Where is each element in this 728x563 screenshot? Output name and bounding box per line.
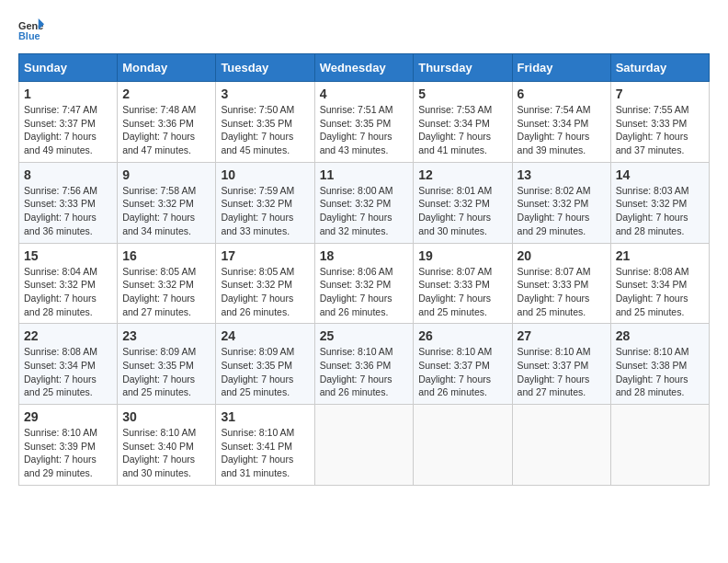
calendar-cell: 15Sunrise: 8:04 AM Sunset: 3:32 PM Dayli… [19,243,118,324]
calendar-cell: 3Sunrise: 7:50 AM Sunset: 3:35 PM Daylig… [216,82,314,163]
day-detail: Sunrise: 8:08 AM Sunset: 3:34 PM Dayligh… [24,345,112,399]
calendar-cell: 5Sunrise: 7:53 AM Sunset: 3:34 PM Daylig… [414,82,512,163]
calendar-cell: 22Sunrise: 8:08 AM Sunset: 3:34 PM Dayli… [19,324,118,405]
calendar-cell: 28Sunrise: 8:10 AM Sunset: 3:38 PM Dayli… [610,324,709,405]
day-detail: Sunrise: 8:10 AM Sunset: 3:39 PM Dayligh… [24,426,112,480]
day-detail: Sunrise: 7:59 AM Sunset: 3:32 PM Dayligh… [221,184,309,238]
day-number: 21 [616,248,704,263]
calendar-week-row: 1Sunrise: 7:47 AM Sunset: 3:37 PM Daylig… [19,82,710,163]
header-sunday: Sunday [19,54,118,82]
logo: General Blue [18,18,48,44]
calendar-cell: 27Sunrise: 8:10 AM Sunset: 3:37 PM Dayli… [512,324,610,405]
calendar-cell: 13Sunrise: 8:02 AM Sunset: 3:32 PM Dayli… [512,162,610,243]
calendar-week-row: 22Sunrise: 8:08 AM Sunset: 3:34 PM Dayli… [19,324,710,405]
day-detail: Sunrise: 8:04 AM Sunset: 3:32 PM Dayligh… [24,265,112,319]
day-detail: Sunrise: 8:05 AM Sunset: 3:32 PM Dayligh… [221,265,309,319]
calendar-cell: 25Sunrise: 8:10 AM Sunset: 3:36 PM Dayli… [314,324,414,405]
page-header: General Blue [18,18,710,44]
calendar-cell: 26Sunrise: 8:10 AM Sunset: 3:37 PM Dayli… [414,324,512,405]
calendar-cell [414,405,512,486]
day-detail: Sunrise: 7:48 AM Sunset: 3:36 PM Dayligh… [122,103,210,157]
calendar-table: SundayMondayTuesdayWednesdayThursdayFrid… [18,53,710,486]
header-monday: Monday [118,54,216,82]
day-detail: Sunrise: 7:50 AM Sunset: 3:35 PM Dayligh… [221,103,309,157]
day-detail: Sunrise: 8:09 AM Sunset: 3:35 PM Dayligh… [221,345,309,399]
calendar-week-row: 8Sunrise: 7:56 AM Sunset: 3:33 PM Daylig… [19,162,710,243]
day-number: 9 [122,167,210,182]
calendar-cell: 12Sunrise: 8:01 AM Sunset: 3:32 PM Dayli… [414,162,512,243]
day-number: 29 [24,409,112,424]
header-friday: Friday [512,54,610,82]
day-detail: Sunrise: 8:10 AM Sunset: 3:37 PM Dayligh… [418,345,506,399]
calendar-cell: 24Sunrise: 8:09 AM Sunset: 3:35 PM Dayli… [216,324,314,405]
calendar-cell: 4Sunrise: 7:51 AM Sunset: 3:35 PM Daylig… [314,82,414,163]
day-number: 1 [24,86,112,101]
day-number: 6 [518,86,606,101]
header-saturday: Saturday [610,54,709,82]
day-detail: Sunrise: 7:51 AM Sunset: 3:35 PM Dayligh… [320,103,409,157]
day-detail: Sunrise: 7:56 AM Sunset: 3:33 PM Dayligh… [24,184,112,238]
calendar-cell: 18Sunrise: 8:06 AM Sunset: 3:32 PM Dayli… [314,243,414,324]
calendar-cell: 31Sunrise: 8:10 AM Sunset: 3:41 PM Dayli… [216,405,314,486]
calendar-cell [610,405,709,486]
calendar-header-row: SundayMondayTuesdayWednesdayThursdayFrid… [19,54,710,82]
calendar-week-row: 29Sunrise: 8:10 AM Sunset: 3:39 PM Dayli… [19,405,710,486]
day-detail: Sunrise: 8:06 AM Sunset: 3:32 PM Dayligh… [320,265,409,319]
calendar-cell: 7Sunrise: 7:55 AM Sunset: 3:33 PM Daylig… [610,82,709,163]
calendar-cell: 29Sunrise: 8:10 AM Sunset: 3:39 PM Dayli… [19,405,118,486]
day-number: 28 [616,328,704,343]
day-number: 5 [418,86,506,101]
calendar-cell: 9Sunrise: 7:58 AM Sunset: 3:32 PM Daylig… [118,162,216,243]
day-number: 25 [320,328,409,343]
calendar-cell [512,405,610,486]
day-detail: Sunrise: 8:10 AM Sunset: 3:41 PM Dayligh… [221,426,309,480]
calendar-cell: 10Sunrise: 7:59 AM Sunset: 3:32 PM Dayli… [216,162,314,243]
day-detail: Sunrise: 8:09 AM Sunset: 3:35 PM Dayligh… [122,345,210,399]
day-number: 22 [24,328,112,343]
day-detail: Sunrise: 8:10 AM Sunset: 3:36 PM Dayligh… [320,345,409,399]
day-detail: Sunrise: 7:53 AM Sunset: 3:34 PM Dayligh… [418,103,506,157]
day-number: 23 [122,328,210,343]
day-number: 10 [221,167,309,182]
day-detail: Sunrise: 8:05 AM Sunset: 3:32 PM Dayligh… [122,265,210,319]
day-number: 2 [122,86,210,101]
day-number: 12 [418,167,506,182]
calendar-cell: 14Sunrise: 8:03 AM Sunset: 3:32 PM Dayli… [610,162,709,243]
calendar-cell: 6Sunrise: 7:54 AM Sunset: 3:34 PM Daylig… [512,82,610,163]
day-detail: Sunrise: 8:10 AM Sunset: 3:38 PM Dayligh… [616,345,704,399]
day-number: 13 [518,167,606,182]
day-number: 7 [616,86,704,101]
day-detail: Sunrise: 8:10 AM Sunset: 3:40 PM Dayligh… [122,426,210,480]
calendar-cell: 23Sunrise: 8:09 AM Sunset: 3:35 PM Dayli… [118,324,216,405]
calendar-cell: 19Sunrise: 8:07 AM Sunset: 3:33 PM Dayli… [414,243,512,324]
day-number: 4 [320,86,409,101]
calendar-cell [314,405,414,486]
day-detail: Sunrise: 8:03 AM Sunset: 3:32 PM Dayligh… [616,184,704,238]
day-number: 31 [221,409,309,424]
calendar-cell: 20Sunrise: 8:07 AM Sunset: 3:33 PM Dayli… [512,243,610,324]
calendar-cell: 21Sunrise: 8:08 AM Sunset: 3:34 PM Dayli… [610,243,709,324]
day-detail: Sunrise: 8:07 AM Sunset: 3:33 PM Dayligh… [518,265,606,319]
day-number: 14 [616,167,704,182]
day-number: 27 [518,328,606,343]
day-number: 11 [320,167,409,182]
header-tuesday: Tuesday [216,54,314,82]
day-number: 8 [24,167,112,182]
day-detail: Sunrise: 8:08 AM Sunset: 3:34 PM Dayligh… [616,265,704,319]
day-number: 24 [221,328,309,343]
day-number: 20 [518,248,606,263]
calendar-cell: 8Sunrise: 7:56 AM Sunset: 3:33 PM Daylig… [19,162,118,243]
day-number: 19 [418,248,506,263]
calendar-week-row: 15Sunrise: 8:04 AM Sunset: 3:32 PM Dayli… [19,243,710,324]
day-detail: Sunrise: 8:10 AM Sunset: 3:37 PM Dayligh… [518,345,606,399]
day-detail: Sunrise: 7:55 AM Sunset: 3:33 PM Dayligh… [616,103,704,157]
header-wednesday: Wednesday [314,54,414,82]
day-number: 26 [418,328,506,343]
calendar-cell: 30Sunrise: 8:10 AM Sunset: 3:40 PM Dayli… [118,405,216,486]
header-thursday: Thursday [414,54,512,82]
day-detail: Sunrise: 8:02 AM Sunset: 3:32 PM Dayligh… [518,184,606,238]
day-number: 15 [24,248,112,263]
day-detail: Sunrise: 7:54 AM Sunset: 3:34 PM Dayligh… [518,103,606,157]
day-number: 30 [122,409,210,424]
day-detail: Sunrise: 7:58 AM Sunset: 3:32 PM Dayligh… [122,184,210,238]
